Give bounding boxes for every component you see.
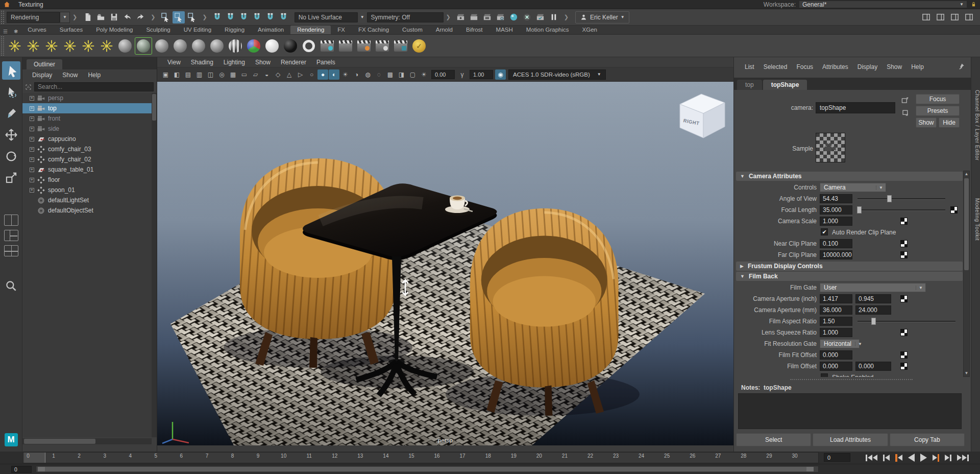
attribute-scrollbar[interactable]: ▲ ▼ [963, 171, 970, 377]
ipr-render-icon[interactable] [481, 11, 494, 23]
safe-title-icon[interactable]: ▷ [295, 69, 306, 80]
toggle-channel-box-icon[interactable] [963, 11, 975, 23]
texture-map-button[interactable] [900, 329, 908, 336]
attr-field[interactable]: 1.417 [820, 294, 852, 303]
open-render-view-icon[interactable] [455, 11, 467, 23]
section-header-frustum-display-controls[interactable]: ▶Frustum Display Controls [736, 262, 963, 271]
field-chart-icon[interactable]: ◇ [273, 69, 283, 80]
grid-icon[interactable]: ▦ [228, 69, 238, 80]
expand-icon[interactable]: + [30, 106, 34, 111]
group-divider-icon[interactable]: ❯ [70, 14, 80, 20]
shelf-tab-sculpting[interactable]: Sculpting [139, 26, 177, 34]
notes-textarea[interactable] [738, 393, 962, 429]
frame-tick-2[interactable]: 2 [78, 453, 81, 459]
screen-space-ao-icon[interactable]: ◍ [362, 69, 373, 80]
attr-field[interactable]: 0.100 [820, 239, 852, 248]
shelf-tab-uv-editing[interactable]: UV Editing [177, 26, 218, 34]
shadows-icon[interactable]: ◑ [351, 69, 362, 80]
bookmarks-icon[interactable]: ▥ [194, 69, 205, 80]
four-pane-layout-button[interactable] [4, 245, 18, 256]
outliner-vertical-scrollbar[interactable] [152, 93, 157, 437]
exposure-icon[interactable]: ☀ [419, 69, 429, 80]
snap-to-view-plane-icon[interactable] [264, 11, 277, 23]
frame-tick-4[interactable]: 4 [129, 453, 132, 459]
range-start-field[interactable]: 0 [11, 466, 32, 473]
motion-blur-icon[interactable]: ◌ [374, 69, 384, 80]
shelf-tab-fx-caching[interactable]: FX Caching [352, 26, 396, 34]
shelf-tab-curves[interactable]: Curves [21, 26, 53, 34]
lasso-select-tool[interactable] [2, 83, 20, 101]
shelf-tab-custom[interactable]: Custom [396, 26, 429, 34]
frame-tick-29[interactable]: 29 [766, 453, 772, 459]
snap-to-point-icon[interactable] [238, 11, 250, 23]
attribute-menu-focus[interactable]: Focus [792, 62, 818, 72]
filter-icon[interactable] [24, 83, 32, 91]
section-header-film-back[interactable]: ▼Film Back [736, 272, 963, 281]
attribute-menu-list[interactable]: List [740, 62, 759, 72]
outliner-item-comfy-chair-02[interactable]: +comfy_chair_02 [22, 154, 152, 164]
toggle-single-pane-icon[interactable] [920, 11, 932, 23]
step-back-one-frame-button[interactable] [882, 452, 891, 463]
use-all-lights-icon[interactable]: ☀ [340, 69, 351, 80]
multisample-aa-icon[interactable]: ▩ [385, 69, 396, 80]
expand-icon[interactable]: + [30, 168, 34, 172]
frame-tick-14[interactable]: 14 [383, 453, 388, 459]
attribute-tab-topshape[interactable]: topShape [763, 80, 807, 90]
outliner-menu-display[interactable]: Display [28, 70, 57, 80]
presets-button[interactable]: Presets [916, 106, 960, 116]
select-tool[interactable] [2, 61, 20, 80]
go-to-start-button[interactable] [865, 452, 878, 463]
shelf-tab-poly-modeling[interactable]: Poly Modeling [89, 26, 139, 34]
outliner-item-floor[interactable]: +floor [22, 175, 152, 185]
attr-field[interactable]: 0.000 [820, 350, 852, 360]
select-by-component-icon[interactable] [186, 11, 198, 23]
frame-tick-6[interactable]: 6 [180, 453, 183, 459]
area-light-icon[interactable] [61, 37, 79, 55]
menu-texturing[interactable]: Texturing [13, 0, 69, 9]
scale-tool[interactable] [2, 169, 20, 187]
slider[interactable] [857, 209, 945, 211]
attribute-tab-top[interactable]: top [737, 80, 762, 90]
outliner-item-comfy-chair-03[interactable]: +comfy_chair_03 [22, 144, 152, 154]
single-pane-layout-button[interactable] [4, 215, 18, 226]
pin-icon[interactable] [958, 63, 965, 72]
workspace-dropdown[interactable]: General* ▼ [799, 1, 967, 8]
attr-field[interactable]: 0.000 [855, 362, 891, 371]
slider[interactable] [857, 321, 955, 322]
shelf-tab-motion-graphics[interactable]: Motion Graphics [520, 26, 576, 34]
expand-icon[interactable]: + [30, 116, 34, 121]
frame-tick-8[interactable]: 8 [231, 453, 234, 459]
group-divider-icon[interactable]: ❯ [444, 14, 453, 20]
select-by-object-icon[interactable] [173, 11, 185, 23]
shelf-gear-icon[interactable]: ✱ [11, 29, 21, 34]
render-settings-shelf-icon[interactable] [374, 37, 391, 55]
standard-surface-icon[interactable] [135, 37, 152, 55]
frame-tick-16[interactable]: 16 [434, 453, 440, 459]
sample-swatch[interactable] [816, 133, 845, 162]
live-surface-field[interactable]: No Live Surface [295, 12, 358, 22]
slider-handle[interactable] [857, 206, 862, 214]
frame-tick-5[interactable]: 5 [155, 453, 158, 459]
safe-action-icon[interactable]: △ [284, 69, 295, 80]
render-settings-icon[interactable] [495, 11, 507, 23]
attr-field[interactable]: 36.000 [820, 305, 852, 315]
snap-to-curve-icon[interactable] [225, 11, 237, 23]
step-forward-one-frame-button[interactable] [944, 452, 952, 463]
slider-handle[interactable] [871, 318, 876, 325]
attribute-menu-show[interactable]: Show [882, 62, 906, 72]
frame-tick-3[interactable]: 3 [103, 453, 106, 459]
isolate-select-icon[interactable]: ▢ [407, 69, 418, 80]
attribute-menu-help[interactable]: Help [906, 62, 928, 72]
smooth-shade-icon[interactable]: ● [317, 69, 328, 80]
render-frame-shelf-icon[interactable] [337, 37, 354, 55]
viewport-canvas[interactable]: RIGHT persp [157, 82, 733, 445]
go-to-end-button[interactable] [956, 452, 970, 463]
outliner-menu-show[interactable]: Show [58, 70, 82, 80]
move-tool[interactable] [2, 126, 20, 144]
play-backwards-button[interactable] [907, 452, 916, 463]
frame-tick-20[interactable]: 20 [536, 453, 542, 459]
dropdown-controls[interactable]: Camera▼ [820, 183, 886, 192]
render-setup-icon[interactable] [534, 11, 547, 23]
frame-tick-0[interactable]: 0 [27, 453, 30, 459]
save-scene-icon[interactable] [108, 11, 120, 23]
